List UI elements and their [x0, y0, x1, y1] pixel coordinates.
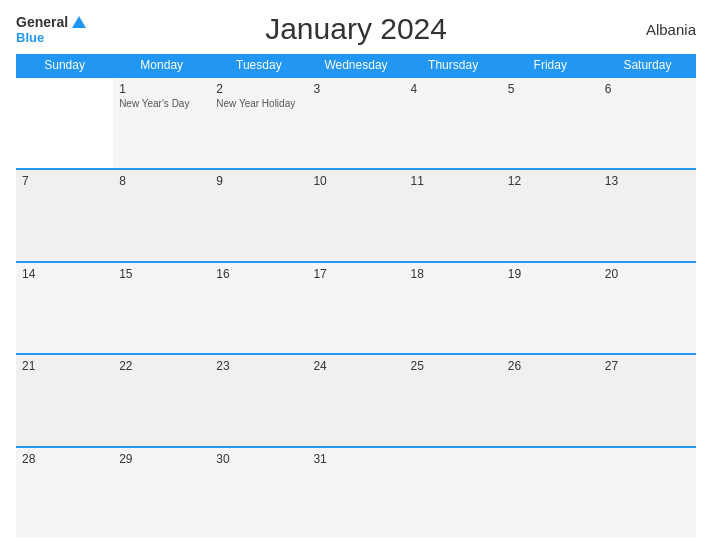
- header-thursday: Thursday: [405, 54, 502, 76]
- day-number: 19: [508, 267, 593, 281]
- day-number: 27: [605, 359, 690, 373]
- day-number: 14: [22, 267, 107, 281]
- page-header: General Blue January 2024 Albania: [16, 12, 696, 46]
- calendar-cell-w1d3: 2New Year Holiday: [210, 78, 307, 168]
- day-number: 3: [313, 82, 398, 96]
- calendar-cell-w5d7: [599, 448, 696, 538]
- day-number: 11: [411, 174, 496, 188]
- header-tuesday: Tuesday: [210, 54, 307, 76]
- day-number: 24: [313, 359, 398, 373]
- logo-text: General: [16, 14, 86, 30]
- day-number: 16: [216, 267, 301, 281]
- day-number: 7: [22, 174, 107, 188]
- day-number: 18: [411, 267, 496, 281]
- day-number: 1: [119, 82, 204, 96]
- calendar-cell-w4d7: 27: [599, 355, 696, 445]
- holiday-label: New Year's Day: [119, 98, 204, 109]
- calendar-cell-w5d6: [502, 448, 599, 538]
- day-number: 23: [216, 359, 301, 373]
- calendar-cell-w3d1: 14: [16, 263, 113, 353]
- calendar-cell-w5d3: 30: [210, 448, 307, 538]
- calendar-cell-w3d4: 17: [307, 263, 404, 353]
- calendar-week-4: 21222324252627: [16, 353, 696, 445]
- calendar-cell-w3d7: 20: [599, 263, 696, 353]
- calendar-cell-w4d3: 23: [210, 355, 307, 445]
- calendar-body: 1New Year's Day2New Year Holiday34567891…: [16, 76, 696, 538]
- calendar-cell-w1d6: 5: [502, 78, 599, 168]
- calendar-title: January 2024: [265, 12, 447, 46]
- day-number: 12: [508, 174, 593, 188]
- calendar-cell-w1d4: 3: [307, 78, 404, 168]
- calendar-grid: Sunday Monday Tuesday Wednesday Thursday…: [16, 54, 696, 538]
- calendar-cell-w5d4: 31: [307, 448, 404, 538]
- calendar-week-2: 78910111213: [16, 168, 696, 260]
- header-sunday: Sunday: [16, 54, 113, 76]
- calendar-header-row: Sunday Monday Tuesday Wednesday Thursday…: [16, 54, 696, 76]
- logo-triangle-icon: [72, 16, 86, 28]
- header-friday: Friday: [502, 54, 599, 76]
- day-number: 9: [216, 174, 301, 188]
- calendar-cell-w1d7: 6: [599, 78, 696, 168]
- holiday-label: New Year Holiday: [216, 98, 301, 109]
- calendar-cell-w5d2: 29: [113, 448, 210, 538]
- day-number: 29: [119, 452, 204, 466]
- calendar-cell-w1d5: 4: [405, 78, 502, 168]
- day-number: 21: [22, 359, 107, 373]
- day-number: 6: [605, 82, 690, 96]
- calendar-cell-w3d5: 18: [405, 263, 502, 353]
- calendar-cell-w2d3: 9: [210, 170, 307, 260]
- calendar-cell-w2d5: 11: [405, 170, 502, 260]
- calendar-cell-w2d1: 7: [16, 170, 113, 260]
- calendar-cell-w4d4: 24: [307, 355, 404, 445]
- logo: General Blue: [16, 14, 86, 45]
- day-number: 15: [119, 267, 204, 281]
- calendar-cell-w3d2: 15: [113, 263, 210, 353]
- day-number: 2: [216, 82, 301, 96]
- logo-general-text: General: [16, 14, 68, 30]
- calendar-cell-w4d1: 21: [16, 355, 113, 445]
- calendar-week-3: 14151617181920: [16, 261, 696, 353]
- calendar-week-5: 28293031: [16, 446, 696, 538]
- day-number: 13: [605, 174, 690, 188]
- day-number: 30: [216, 452, 301, 466]
- header-monday: Monday: [113, 54, 210, 76]
- day-number: 26: [508, 359, 593, 373]
- calendar-cell-w5d5: [405, 448, 502, 538]
- calendar-cell-w1d1: [16, 78, 113, 168]
- calendar-cell-w4d5: 25: [405, 355, 502, 445]
- calendar-cell-w3d6: 19: [502, 263, 599, 353]
- day-number: 17: [313, 267, 398, 281]
- calendar-page: General Blue January 2024 Albania Sunday…: [0, 0, 712, 550]
- day-number: 8: [119, 174, 204, 188]
- calendar-cell-w2d2: 8: [113, 170, 210, 260]
- day-number: 25: [411, 359, 496, 373]
- calendar-cell-w4d2: 22: [113, 355, 210, 445]
- logo-blue-text: Blue: [16, 30, 44, 45]
- calendar-cell-w2d7: 13: [599, 170, 696, 260]
- calendar-week-1: 1New Year's Day2New Year Holiday3456: [16, 76, 696, 168]
- calendar-cell-w1d2: 1New Year's Day: [113, 78, 210, 168]
- day-number: 5: [508, 82, 593, 96]
- calendar-cell-w2d6: 12: [502, 170, 599, 260]
- day-number: 10: [313, 174, 398, 188]
- calendar-cell-w5d1: 28: [16, 448, 113, 538]
- calendar-cell-w2d4: 10: [307, 170, 404, 260]
- day-number: 28: [22, 452, 107, 466]
- header-wednesday: Wednesday: [307, 54, 404, 76]
- calendar-cell-w3d3: 16: [210, 263, 307, 353]
- calendar-cell-w4d6: 26: [502, 355, 599, 445]
- day-number: 20: [605, 267, 690, 281]
- day-number: 31: [313, 452, 398, 466]
- day-number: 22: [119, 359, 204, 373]
- header-saturday: Saturday: [599, 54, 696, 76]
- country-label: Albania: [626, 21, 696, 38]
- day-number: 4: [411, 82, 496, 96]
